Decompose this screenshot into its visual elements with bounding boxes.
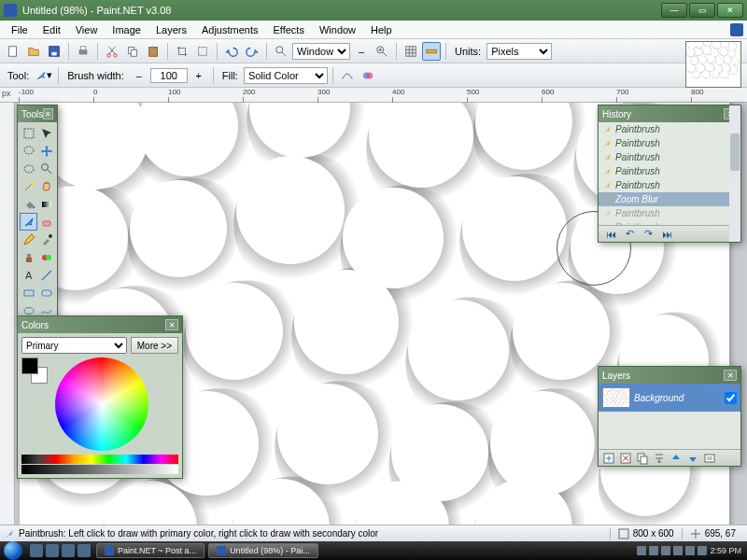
tool-eraser[interactable]	[37, 213, 55, 231]
menu-file[interactable]: File	[4, 22, 35, 37]
menu-layers[interactable]: Layers	[148, 22, 194, 37]
history-list[interactable]: PaintbrushPaintbrushPaintbrushPaintbrush…	[599, 122, 740, 225]
menu-adjustments[interactable]: Adjustments	[194, 22, 266, 37]
history-forward-button[interactable]: ⏭	[660, 228, 673, 241]
menu-image[interactable]: Image	[105, 22, 148, 37]
menu-window[interactable]: Window	[312, 22, 363, 37]
history-scrollbar[interactable]	[729, 122, 740, 225]
palette-strip[interactable]	[21, 455, 178, 464]
menu-help[interactable]: Help	[363, 22, 400, 37]
taskbar-button[interactable]: Paint.NET ~ Post a...	[96, 543, 204, 558]
tool-chooser[interactable]: ▾	[35, 66, 53, 85]
layer-visible-checkbox[interactable]	[725, 392, 737, 404]
print-button[interactable]	[74, 42, 92, 61]
zoom-in-button[interactable]	[373, 42, 391, 61]
tool-lasso[interactable]	[20, 142, 37, 160]
color-swatches[interactable]	[21, 357, 48, 384]
layer-item[interactable]: Background	[599, 384, 740, 412]
layer-delete-button[interactable]	[619, 452, 632, 465]
crop-button[interactable]	[173, 42, 191, 61]
layer-down-button[interactable]	[686, 452, 699, 465]
navigator-thumbnail[interactable]	[685, 41, 741, 88]
open-button[interactable]	[24, 42, 43, 61]
history-item[interactable]: Paintbrush	[599, 220, 740, 225]
tool-fill[interactable]	[20, 195, 37, 213]
tray-icon[interactable]	[685, 546, 695, 555]
tray-icon[interactable]	[661, 546, 670, 555]
blend-button[interactable]	[359, 66, 377, 85]
undo-button[interactable]	[222, 42, 241, 61]
tool-text[interactable]: A	[20, 266, 37, 284]
tool-paintbrush[interactable]	[20, 213, 37, 231]
quicklaunch-desktop-icon[interactable]	[30, 544, 43, 557]
tray-icon[interactable]	[637, 546, 646, 555]
layer-merge-button[interactable]	[653, 452, 666, 465]
tray-icon[interactable]	[698, 546, 707, 555]
tool-move-selection[interactable]	[37, 124, 55, 142]
primary-color-swatch[interactable]	[21, 357, 38, 374]
tool-rounded-rect[interactable]	[37, 284, 55, 301]
brush-inc-button[interactable]: +	[190, 66, 208, 85]
history-rewind-button[interactable]: ⏮	[604, 228, 617, 241]
cut-button[interactable]	[103, 42, 121, 61]
minimize-button[interactable]: —	[661, 3, 687, 18]
tool-rectangle[interactable]	[20, 284, 37, 301]
deselect-button[interactable]	[193, 42, 212, 61]
tool-rect-select[interactable]	[20, 124, 37, 142]
zoom-out-button[interactable]: –	[352, 42, 371, 61]
fill-select[interactable]: Solid Color	[244, 67, 328, 84]
system-tray[interactable]: 2:59 PM	[631, 546, 747, 555]
brush-dec-button[interactable]: –	[130, 66, 148, 85]
tool-color-picker[interactable]	[37, 231, 55, 248]
redo-button[interactable]	[243, 42, 261, 61]
quicklaunch-switch-icon[interactable]	[78, 544, 91, 557]
antialias-button[interactable]	[338, 66, 357, 85]
colors-close-icon[interactable]: ✕	[165, 319, 178, 330]
tool-line[interactable]	[37, 266, 55, 284]
history-item[interactable]: Paintbrush	[599, 206, 740, 220]
start-button[interactable]	[4, 541, 22, 560]
layers-list[interactable]: Background	[599, 384, 740, 449]
rulers-button[interactable]	[422, 42, 441, 61]
taskbar-button[interactable]: Untitled (98%) - Pai...	[208, 543, 318, 558]
paste-button[interactable]	[144, 42, 162, 61]
color-wheel[interactable]	[55, 357, 148, 451]
tool-pencil[interactable]	[20, 231, 37, 248]
history-item[interactable]: Paintbrush	[599, 164, 740, 178]
save-button[interactable]	[45, 42, 63, 61]
colors-more-button[interactable]: More >>	[131, 337, 178, 354]
tool-gradient[interactable]	[37, 195, 55, 213]
zoom-select[interactable]: Window	[292, 43, 350, 60]
history-redo-button[interactable]: ↷	[641, 228, 655, 241]
value-strip[interactable]	[21, 465, 178, 474]
layers-close-icon[interactable]: ✕	[724, 370, 737, 381]
history-item[interactable]: Paintbrush	[599, 178, 740, 192]
menu-effects[interactable]: Effects	[266, 22, 312, 37]
new-button[interactable]	[4, 42, 22, 61]
zoom-button[interactable]	[272, 42, 290, 61]
layer-add-button[interactable]	[602, 452, 615, 465]
layer-dup-button[interactable]	[636, 452, 649, 465]
layer-props-button[interactable]	[703, 452, 716, 465]
tool-zoom[interactable]	[37, 160, 55, 177]
tray-icon[interactable]	[649, 546, 658, 555]
clock[interactable]: 2:59 PM	[710, 546, 741, 555]
history-item[interactable]: Paintbrush	[599, 122, 740, 136]
tool-magic-wand[interactable]	[20, 177, 37, 195]
maximize-button[interactable]: ▭	[689, 3, 715, 18]
tool-clone[interactable]	[20, 248, 37, 266]
history-item[interactable]: Zoom Blur	[599, 192, 740, 206]
brush-width-input[interactable]	[150, 68, 188, 83]
close-button[interactable]: ✕	[717, 3, 743, 18]
tool-ellipse-select[interactable]	[20, 160, 37, 177]
menu-edit[interactable]: Edit	[35, 22, 68, 37]
units-select[interactable]: Pixels	[486, 43, 552, 60]
quicklaunch-app-icon[interactable]	[62, 544, 75, 557]
menu-view[interactable]: View	[68, 22, 106, 37]
tools-close-icon[interactable]: ✕	[43, 108, 53, 119]
history-item[interactable]: Paintbrush	[599, 150, 740, 164]
copy-button[interactable]	[123, 42, 142, 61]
tool-pan[interactable]	[37, 177, 55, 195]
grid-button[interactable]	[402, 42, 420, 61]
tray-icon[interactable]	[673, 546, 683, 555]
